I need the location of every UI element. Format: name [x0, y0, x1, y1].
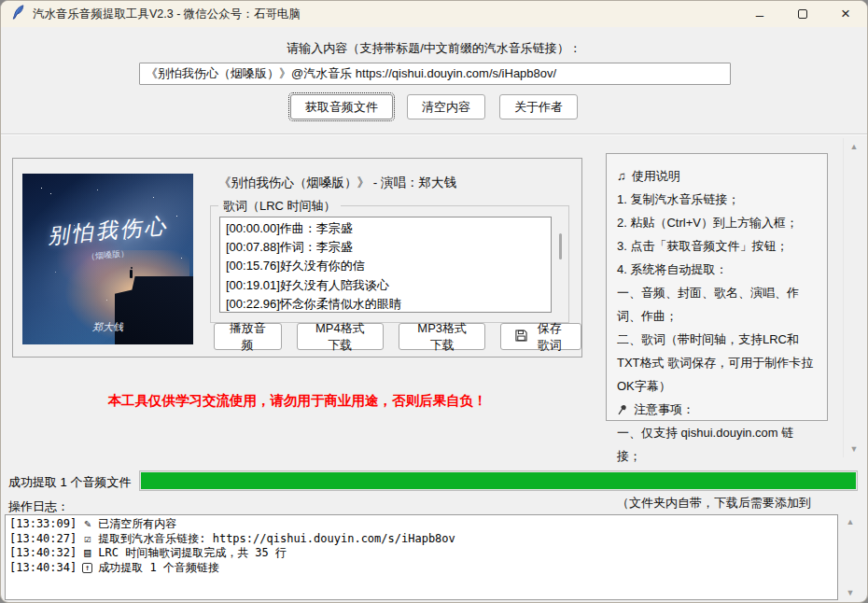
- progress-bar: [139, 470, 858, 491]
- instruction-line: 一、音频、封面、歌名、演唱、作词、作曲；: [617, 281, 817, 328]
- log-timestamp: [13:33:09]: [9, 517, 77, 532]
- album-person-silhouette: [130, 270, 133, 278]
- minimize-button[interactable]: –: [738, 1, 781, 27]
- note-line: 一、仅支持 qishui.douyin.com 链接；: [617, 421, 817, 468]
- floppy-disk-icon: [515, 330, 527, 344]
- log-textarea[interactable]: [13:33:09] ✎ 已清空所有内容 [13:40:27] ☑ 提取到汽水音…: [5, 514, 838, 600]
- result-panel: 别怕我伤心 （烟嗓版） 郑大钱 《别怕我伤心（烟嗓版）》 - 演唱：郑大钱 歌词…: [12, 158, 582, 358]
- instruction-line: 4. 系统将自动提取：: [617, 258, 817, 281]
- lyrics-groupbox: 歌词（LRC 时间轴） [00:00.00]作曲：李宗盛[00:07.88]作词…: [210, 205, 569, 323]
- instruction-line: 二、歌词（带时间轴，支持LRC和TXT格式 歌词保存，可用于制作卡拉 OK字幕）: [617, 328, 817, 398]
- log-status-icon: ↑: [82, 563, 92, 573]
- log-scroll-down-icon[interactable]: ▼: [839, 588, 861, 597]
- maximize-button[interactable]: [781, 1, 824, 27]
- maximize-icon: [798, 9, 807, 19]
- instructions-panel: ♫ 使用说明 1. 复制汽水音乐链接；2. 粘贴（Ctrl+V）到上方输入框；3…: [606, 153, 828, 421]
- fetch-audio-button[interactable]: 获取音频文件: [290, 94, 393, 119]
- feather-app-icon: [12, 5, 25, 23]
- album-cover: 别怕我伤心 （烟嗓版） 郑大钱: [22, 174, 193, 344]
- instruction-steps: 1. 复制汽水音乐链接；2. 粘贴（Ctrl+V）到上方输入框；3. 点击「获取…: [617, 188, 817, 398]
- log-entry: [13:40:27] ☑ 提取到汽水音乐链接: https://qishui.d…: [9, 532, 833, 547]
- instructions-title: 使用说明: [632, 164, 680, 188]
- log-timestamp: [13:40:32]: [9, 546, 77, 561]
- usage-warning: 本工具仅供学习交流使用，请勿用于商业用途，否则后果自负！: [12, 392, 582, 410]
- clear-content-button[interactable]: 清空内容: [407, 94, 485, 119]
- lyric-line: [00:00.00]作曲：李宗盛: [226, 219, 545, 238]
- scroll-up-icon[interactable]: ▲: [844, 142, 864, 151]
- log-message: 成功提取 1 个音频链接: [98, 561, 219, 576]
- window-title: 汽水音乐音频提取工具V2.3 - 微信公众号：石哥电脑: [33, 7, 301, 22]
- instructions-header: ♫ 使用说明: [617, 164, 817, 188]
- mp4-download-button[interactable]: MP4格式下载: [297, 323, 384, 350]
- music-link-input[interactable]: [139, 63, 731, 85]
- input-label: 请输入内容（支持带标题/中文前缀的汽水音乐链接）：: [1, 40, 867, 57]
- log-message: LRC 时间轴歌词提取完成，共 35 行: [98, 546, 287, 561]
- log-message: 已清空所有内容: [98, 517, 176, 532]
- instruction-line: 2. 粘贴（Ctrl+V）到上方输入框；: [617, 211, 817, 234]
- about-author-button[interactable]: 关于作者: [499, 94, 578, 119]
- top-button-row: 获取音频文件 清空内容 关于作者: [1, 94, 867, 119]
- log-entry: [13:40:34] ↑ 成功提取 1 个音频链接: [9, 561, 833, 576]
- music-note-icon: ♫: [617, 164, 626, 188]
- divider: [1, 133, 867, 135]
- log-status-icon: ☑: [80, 532, 94, 547]
- log-scrollbar[interactable]: ▲ ▼: [839, 514, 861, 600]
- instruction-line: 3. 点击「获取音频文件」按钮；: [617, 234, 817, 258]
- album-stars-art: [41, 188, 42, 189]
- lyric-line: [00:19.01]好久没有人陪我谈心: [226, 276, 545, 295]
- pushpin-icon: [617, 404, 628, 415]
- lyrics-scrollbar-thumb[interactable]: [559, 233, 562, 259]
- lyric-line: [00:15.76]好久没有你的信: [226, 257, 545, 275]
- lyrics-textarea[interactable]: [00:00.00]作曲：李宗盛[00:07.88]作词：李宗盛[00:15.7…: [219, 217, 552, 313]
- app-window: 汽水音乐音频提取工具V2.3 - 微信公众号：石哥电脑 – × 请输入内容（支持…: [0, 0, 868, 603]
- scroll-down-icon[interactable]: ▼: [844, 444, 864, 454]
- mp3-download-button[interactable]: MP3格式下载: [399, 323, 485, 350]
- log-timestamp: [13:40:34]: [9, 561, 77, 576]
- progress-fill: [141, 472, 856, 489]
- media-button-row: 播放音频 MP4格式下载 MP3格式下载 保存歌词: [214, 323, 581, 350]
- save-lyrics-label: 保存歌词: [532, 320, 567, 354]
- song-title: 《别怕我伤心（烟嗓版）》 - 演唱：郑大钱: [218, 175, 456, 191]
- log-label: 操作日志：: [8, 498, 69, 515]
- lyric-line: [00:22.96]怀念你柔情似水的眼睛: [226, 295, 545, 313]
- lyric-line: [00:07.88]作词：李宗盛: [226, 238, 545, 257]
- log-scroll-up-icon[interactable]: ▲: [839, 517, 861, 526]
- log-message: 提取到汽水音乐链接: https://qishui.douyin.com/s/i…: [98, 532, 455, 547]
- lyrics-groupbox-label: 歌词（LRC 时间轴）: [218, 198, 341, 215]
- log-entry: [13:33:09] ✎ 已清空所有内容: [9, 517, 833, 532]
- log-entry: [13:40:32] ▤ LRC 时间轴歌词提取完成，共 35 行: [9, 546, 833, 561]
- log-status-icon: ▤: [80, 546, 94, 561]
- main-scrollbar[interactable]: ▲ ▼: [843, 138, 864, 457]
- close-button[interactable]: ×: [824, 1, 867, 27]
- title-bar: 汽水音乐音频提取工具V2.3 - 微信公众号：石哥电脑 – ×: [1, 1, 867, 27]
- play-audio-button[interactable]: 播放音频: [214, 323, 282, 350]
- log-status-icon: ✎: [80, 517, 94, 532]
- album-artist-text: 郑大钱: [22, 320, 193, 334]
- status-label: 成功提取 1 个音频文件: [8, 474, 131, 491]
- instruction-line: 1. 复制汽水音乐链接；: [617, 188, 817, 211]
- notes-header: 注意事项：: [617, 398, 817, 421]
- log-timestamp: [13:40:27]: [9, 532, 77, 547]
- notes-title: 注意事项：: [634, 398, 694, 421]
- save-lyrics-button[interactable]: 保存歌词: [500, 323, 581, 350]
